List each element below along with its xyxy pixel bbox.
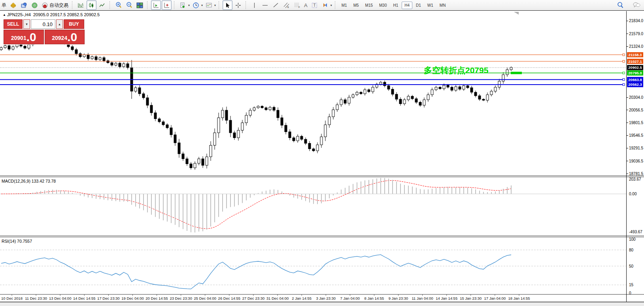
horizontal-line-tool[interactable] xyxy=(260,0,270,10)
buy-button[interactable]: BUY xyxy=(64,19,84,29)
candle-body xyxy=(257,106,259,108)
candle-body xyxy=(229,120,232,133)
candle-body xyxy=(419,102,421,106)
pivot-annotation[interactable]: 多空转折点20795 xyxy=(424,65,488,76)
candle-body xyxy=(415,99,417,102)
candle-body xyxy=(308,143,311,149)
toolbar-separator xyxy=(72,1,74,9)
equidistant-channel-tool[interactable]: E xyxy=(281,0,291,10)
candle-body xyxy=(123,64,125,67)
templates-button[interactable] xyxy=(204,0,214,10)
candle-body xyxy=(289,132,291,138)
candle-body xyxy=(142,94,145,98)
candle-body xyxy=(194,163,196,168)
timeframe-H1[interactable]: H1 xyxy=(390,2,401,9)
vertical-line-tool[interactable] xyxy=(249,0,259,10)
signals-icon[interactable] xyxy=(30,0,40,10)
timeframe-H4[interactable]: H4 xyxy=(402,2,412,9)
autoscroll-button[interactable] xyxy=(151,0,161,10)
chart-canvas[interactable]: 21834.021579.021324.020304.020056.519801… xyxy=(0,11,644,306)
new-order-button[interactable]: 单 xyxy=(0,0,8,10)
macd-histogram xyxy=(1,178,511,232)
candle-body xyxy=(502,75,504,81)
timeframe-M1[interactable]: M1 xyxy=(339,2,350,9)
timeframe-M15[interactable]: M15 xyxy=(363,2,376,9)
svg-text:3 Jan 23:30: 3 Jan 23:30 xyxy=(316,296,336,300)
chat-icon[interactable] xyxy=(631,0,641,10)
trendline-tool[interactable] xyxy=(271,0,281,10)
timeframe-M5[interactable]: M5 xyxy=(351,2,362,9)
chart-shift-button[interactable] xyxy=(162,0,172,10)
periods-button[interactable] xyxy=(191,0,201,10)
periods-caret[interactable]: ▾ xyxy=(201,4,203,7)
arrows-caret[interactable]: ▾ xyxy=(330,4,332,7)
toolbar-separator xyxy=(246,1,247,9)
svg-text:21579.0: 21579.0 xyxy=(629,32,644,36)
order-book-icon[interactable] xyxy=(8,0,18,10)
indicators-caret[interactable]: ▾ xyxy=(188,4,190,7)
lot-size-input[interactable] xyxy=(31,19,55,29)
svg-text:T: T xyxy=(313,3,315,8)
search-icon[interactable] xyxy=(615,0,625,10)
date-axis: 10 Dec 201811 Dec 23:3013 Dec 04:0014 De… xyxy=(1,295,530,301)
market-watch-icon[interactable] xyxy=(19,0,29,10)
autotrading-button[interactable]: 自动交易 xyxy=(40,1,70,9)
svg-text:19546.5: 19546.5 xyxy=(629,133,644,138)
timeframe-D1[interactable]: D1 xyxy=(413,2,424,9)
candle-body xyxy=(24,46,26,48)
buy-price-fraction: .0 xyxy=(67,31,77,43)
line-handle xyxy=(623,60,625,62)
zoom-out-button[interactable] xyxy=(124,0,134,10)
rsi-pane xyxy=(0,250,626,289)
crosshair-button[interactable] xyxy=(233,0,243,10)
rsi-line xyxy=(1,255,511,289)
tile-windows-button[interactable] xyxy=(135,0,145,10)
svg-text:0: 0 xyxy=(629,291,631,295)
line-chart-button[interactable] xyxy=(97,0,107,10)
indicators-button[interactable] xyxy=(178,0,188,10)
candle-body xyxy=(510,68,512,70)
svg-text:20562.3: 20562.3 xyxy=(628,82,642,87)
candle-body xyxy=(150,105,153,113)
svg-text:7 Jan 04:00: 7 Jan 04:00 xyxy=(340,296,360,300)
timeframe-MN[interactable]: MN xyxy=(437,2,449,9)
candle-body xyxy=(494,87,497,91)
svg-text:13 Dec 04:00: 13 Dec 04:00 xyxy=(49,296,72,300)
svg-text:19 Dec 04:00: 19 Dec 04:00 xyxy=(121,296,144,300)
timeframe-M30[interactable]: M30 xyxy=(376,2,389,9)
candle-body xyxy=(225,110,228,120)
candle-body xyxy=(439,87,441,89)
lot-decrease-button[interactable]: ▾ xyxy=(23,19,30,29)
toolbar-separator xyxy=(219,1,220,9)
candle-body xyxy=(451,87,453,91)
svg-text:8 Jan 14:55: 8 Jan 14:55 xyxy=(364,296,384,300)
text-label-tool[interactable]: T xyxy=(310,0,319,10)
sell-price-button[interactable]: 20901.0 xyxy=(4,30,44,44)
timeframe-W1[interactable]: W1 xyxy=(425,2,436,9)
sell-button[interactable]: SELL xyxy=(4,19,23,29)
candle-body xyxy=(170,128,172,135)
lot-increase-button[interactable]: ▴ xyxy=(56,19,63,29)
toolbar: 单 自动交易 xyxy=(0,0,644,11)
fibonacci-tool[interactable]: F xyxy=(292,0,302,10)
zoom-in-button[interactable] xyxy=(113,0,123,10)
timeframe-group: M1M5M15M30H1H4D1W1MN xyxy=(338,2,449,9)
cursor-button[interactable] xyxy=(223,0,232,10)
candle-body xyxy=(395,94,398,99)
svg-text:18781.5: 18781.5 xyxy=(629,172,644,176)
candle-body xyxy=(217,118,220,133)
svg-text:21027.1: 21027.1 xyxy=(628,59,642,64)
buy-price-button[interactable]: 20924.0 xyxy=(45,30,85,44)
arrows-tool[interactable] xyxy=(320,0,330,10)
svg-text:10 Dec 2018: 10 Dec 2018 xyxy=(1,296,23,300)
templates-caret[interactable]: ▾ xyxy=(214,4,216,7)
text-tool[interactable]: A xyxy=(303,0,309,10)
candle-body xyxy=(316,145,319,151)
candlestick-chart-button[interactable] xyxy=(87,0,96,10)
line-handle xyxy=(623,79,625,81)
candle-body xyxy=(281,118,283,125)
svg-text:21834.0: 21834.0 xyxy=(629,19,644,23)
bar-chart-button[interactable] xyxy=(76,0,86,10)
svg-text:17 Jan 04:00: 17 Jan 04:00 xyxy=(484,296,506,300)
candle-body xyxy=(470,88,473,92)
